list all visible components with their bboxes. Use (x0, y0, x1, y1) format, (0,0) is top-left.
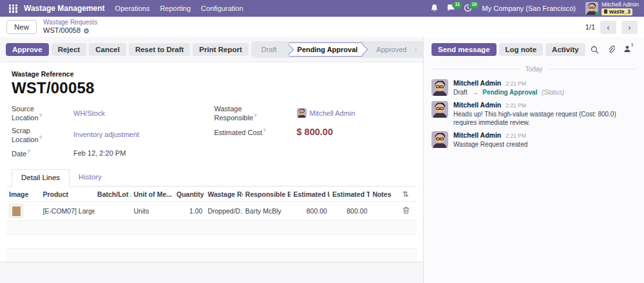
wastage-reference[interactable]: WST/00058 (12, 79, 417, 97)
reset-to-draft-button[interactable]: Reset to Draft (129, 43, 190, 56)
apps-grid-icon[interactable] (9, 5, 17, 13)
help-marker: ? (263, 127, 265, 133)
status-step-approved[interactable]: Approved (368, 46, 414, 53)
menu-configuration[interactable]: Configuration (201, 5, 243, 12)
database-badge: waste_3 (601, 8, 632, 15)
navbar-right: 11 10 My Company (San Francisco) Mitchel… (430, 1, 639, 15)
message-time: 2:21 PM (506, 102, 526, 109)
activities-clock-icon[interactable]: 10 (464, 4, 472, 12)
cell-batch-lot[interactable] (95, 202, 131, 221)
delete-line-icon[interactable] (402, 206, 410, 214)
optional-columns-toggle-icon[interactable]: ⇅ (402, 190, 409, 198)
menu-operations[interactable]: Operations (115, 5, 150, 12)
responsible-avatar (297, 108, 307, 118)
user-avatar (585, 2, 598, 15)
cell-quantity[interactable]: 1.00 (174, 202, 205, 221)
tab-history[interactable]: History (70, 169, 111, 186)
message-avatar (431, 79, 448, 96)
date-value[interactable]: Feb 12, 2:20 PM (73, 149, 126, 157)
main-content: Approve Reject Cancel Reset to Draft Pri… (0, 37, 644, 283)
status-step-draft[interactable]: Draft (254, 46, 285, 53)
message-avatar (431, 101, 448, 118)
message-body: Wastage Request created (453, 140, 527, 149)
app-name[interactable]: Wastage Management (24, 4, 105, 13)
cell-wastage-reason[interactable]: Dropped/D... (205, 202, 242, 221)
status-step-pending-approval[interactable]: Pending Approval (289, 42, 364, 57)
col-estimated-total-cost: Estimated Tota... (330, 187, 370, 202)
activities-badge: 10 (469, 1, 479, 8)
chatter-panel: Send message Log note Activity 1 Today (423, 37, 644, 283)
chatter-message: Mitchell Admin 2:21 PM Draft → Pending A… (431, 79, 636, 96)
log-note-button[interactable]: Log note (499, 43, 544, 56)
col-wastage-reason: Wastage Re... (205, 187, 242, 202)
scrap-location-label: Scrap Location? (12, 127, 62, 143)
cell-notes[interactable] (370, 202, 399, 221)
pager-next-button[interactable]: › (621, 21, 638, 34)
col-quantity: Quantity (174, 187, 205, 202)
message-body: Heads up! This high-value wastage reques… (453, 110, 636, 127)
arrow-right-icon: → (471, 89, 478, 96)
pager: 1/1 ‹ › (585, 21, 638, 34)
bell-icon[interactable] (430, 4, 439, 12)
form-sheet: Wastage Reference WST/00058 Source Locat… (0, 62, 423, 262)
col-batch-lot: Batch/Lot ... (95, 187, 131, 202)
message-time: 2:21 PM (506, 132, 526, 139)
action-buttons-row: Approve Reject Cancel Reset to Draft Pri… (0, 37, 423, 62)
message-author[interactable]: Mitchell Admin (453, 101, 501, 109)
date-label: Date? (12, 149, 62, 158)
company-switcher[interactable]: My Company (San Francisco) (482, 5, 576, 12)
cell-unit-of-measure[interactable]: Units (131, 202, 175, 221)
search-messages-icon[interactable] (591, 46, 599, 54)
date-divider: Today (431, 66, 636, 73)
followers-icon[interactable]: 1 (623, 45, 634, 54)
detail-line-row[interactable]: [E-COM07] Large ... Units 1.00 Dropped/D… (6, 202, 417, 221)
help-marker: ? (39, 134, 42, 140)
estimated-cost-value: $ 800.00 (297, 127, 333, 137)
user-menu[interactable]: Mitchell Admin waste_3 (585, 1, 639, 15)
source-location-value[interactable]: WH/Stock (73, 109, 105, 117)
breadcrumb: Wastage Requests WST/00058 ⚙ (43, 19, 97, 35)
product-image (9, 204, 23, 218)
col-estimated-unit-cost: Estimated Unit... (290, 187, 329, 202)
empty-row (6, 221, 417, 235)
help-marker: ? (254, 113, 256, 118)
gear-icon[interactable]: ⚙ (83, 28, 90, 35)
new-button[interactable]: New (6, 20, 37, 34)
reject-button[interactable]: Reject (52, 43, 87, 56)
col-unit-of-measure: Unit of Me... (131, 187, 175, 202)
message-author[interactable]: Mitchell Admin (453, 79, 501, 87)
chatter-message: Mitchell Admin 2:21 PM Heads up! This hi… (431, 101, 636, 127)
pager-counter: 1/1 (585, 23, 595, 31)
status-field-name: (Status) (542, 89, 564, 96)
activity-button[interactable]: Activity (545, 43, 585, 56)
scrap-location-value[interactable]: Inventory adjustment (73, 131, 139, 138)
cell-responsible-employee[interactable]: Barty McBly (243, 202, 291, 221)
status-to: Pending Approval (482, 89, 537, 96)
wastage-responsible-label: Wastage Responsible? (214, 105, 285, 122)
message-author[interactable]: Mitchell Admin (453, 131, 501, 139)
cell-estimated-total-cost[interactable]: 800.00 (330, 202, 370, 221)
database-icon (603, 9, 608, 14)
breadcrumb-parent[interactable]: Wastage Requests (43, 19, 97, 27)
detail-lines-table: Image Product Batch/Lot ... Unit of Me..… (6, 187, 417, 262)
chatter-message: Mitchell Admin 2:21 PM Wastage Request c… (431, 131, 636, 149)
breadcrumb-current: WST/00058 (43, 26, 80, 35)
menu-reporting[interactable]: Reporting (160, 5, 191, 12)
messages-icon[interactable]: 11 (447, 4, 455, 12)
send-message-button[interactable]: Send message (431, 43, 497, 56)
cell-estimated-unit-cost[interactable]: 800.00 (290, 202, 329, 221)
cancel-button[interactable]: Cancel (89, 43, 126, 56)
print-report-button[interactable]: Print Report (193, 43, 248, 56)
notebook-tabs: Detail Lines History (6, 169, 417, 187)
wastage-responsible-value[interactable]: Mitchell Admin (310, 109, 355, 117)
message-time: 2:21 PM (506, 80, 526, 87)
user-name: Mitchell Admin (601, 1, 639, 8)
col-responsible-employee: Responsible E... (243, 187, 291, 202)
cell-product[interactable]: [E-COM07] Large ... (40, 202, 95, 221)
estimated-cost-label: Estimated Cost? (214, 127, 285, 136)
tab-detail-lines[interactable]: Detail Lines (12, 169, 70, 187)
pager-previous-button[interactable]: ‹ (600, 21, 616, 34)
approve-button[interactable]: Approve (6, 43, 49, 56)
attachment-paperclip-icon[interactable] (607, 46, 615, 54)
followers-count: 1 (631, 42, 634, 48)
